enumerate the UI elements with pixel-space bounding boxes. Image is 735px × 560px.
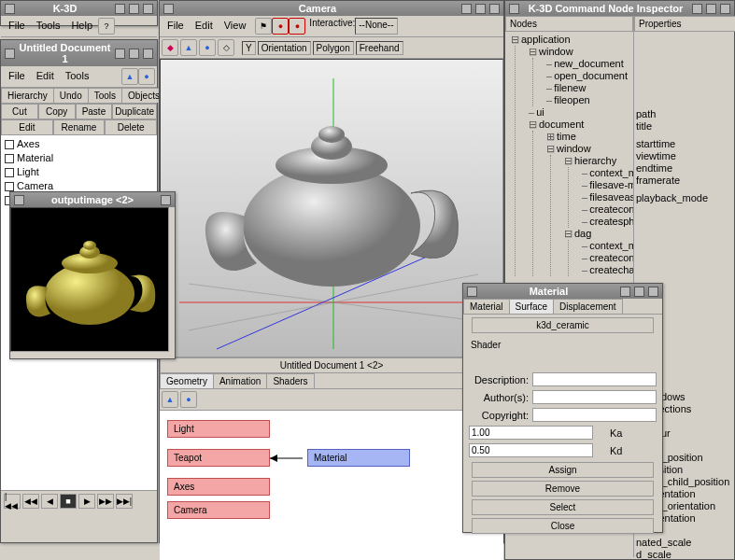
- menu-file[interactable]: File: [3, 18, 31, 35]
- menu-tools[interactable]: Tools: [60, 68, 95, 85]
- author-input[interactable]: [532, 390, 657, 404]
- free-dropdown[interactable]: Freehand: [356, 41, 403, 55]
- orient-dropdown[interactable]: Orientation: [258, 41, 311, 55]
- record2-icon[interactable]: ●: [289, 18, 305, 35]
- svg-marker-10: [270, 455, 277, 462]
- render-preview: [10, 207, 169, 352]
- close-icon[interactable]: [648, 287, 658, 297]
- shade1-icon[interactable]: ◆: [162, 39, 178, 56]
- edit-button[interactable]: Edit: [1, 119, 53, 135]
- close-icon[interactable]: [489, 4, 500, 14]
- node-material[interactable]: Material: [307, 449, 410, 467]
- kd-label: Kd: [610, 445, 622, 456]
- close-icon[interactable]: [161, 195, 171, 205]
- min-icon[interactable]: [115, 4, 125, 14]
- desc-input[interactable]: [532, 372, 657, 386]
- stop-button[interactable]: ■: [60, 494, 77, 509]
- close-icon[interactable]: [143, 49, 153, 59]
- sysmenu-icon[interactable]: [5, 49, 15, 59]
- sphere-icon[interactable]: ●: [180, 391, 197, 408]
- menu-tools[interactable]: Tools: [31, 18, 66, 35]
- menu-file[interactable]: File: [162, 18, 190, 35]
- sysmenu-icon[interactable]: [14, 195, 24, 205]
- min-icon[interactable]: [692, 4, 702, 14]
- playback-button[interactable]: ◀: [41, 494, 58, 509]
- col-props: Properties: [634, 16, 735, 32]
- sysmenu-icon[interactable]: [509, 4, 519, 14]
- sphere-icon[interactable]: ●: [138, 68, 155, 85]
- min-icon[interactable]: [620, 287, 630, 297]
- node-camera[interactable]: Camera: [167, 501, 270, 519]
- help-icon[interactable]: ?: [98, 18, 115, 35]
- checkbox[interactable]: [5, 182, 14, 191]
- viewport-3d[interactable]: [160, 59, 503, 357]
- list-item[interactable]: Material: [5, 151, 153, 165]
- cone-icon[interactable]: ▲: [180, 39, 197, 56]
- node-light[interactable]: Light: [167, 420, 270, 438]
- menu-help[interactable]: Help: [65, 18, 98, 35]
- copy-input[interactable]: [532, 408, 657, 422]
- cone-icon[interactable]: ▲: [162, 391, 178, 408]
- sysmenu-icon[interactable]: [163, 4, 174, 14]
- max-icon[interactable]: [706, 4, 716, 14]
- delete-button[interactable]: Delete: [105, 119, 157, 135]
- cut-button[interactable]: Cut: [1, 104, 38, 119]
- close-icon[interactable]: [720, 4, 730, 14]
- min-icon[interactable]: [115, 49, 125, 59]
- tab-tools[interactable]: Tools: [88, 88, 122, 103]
- node-axes[interactable]: Axes: [167, 478, 270, 496]
- menu-view[interactable]: View: [219, 18, 252, 35]
- tab-hierarchy[interactable]: Hierarchy: [1, 88, 54, 103]
- list-item[interactable]: Light: [5, 165, 153, 179]
- tab-geometry[interactable]: Geometry: [160, 373, 214, 388]
- tool-icon[interactable]: ◇: [218, 39, 234, 56]
- menu-edit[interactable]: Edit: [190, 18, 219, 35]
- axis-dropdown[interactable]: Y: [242, 41, 256, 55]
- checkbox[interactable]: [5, 154, 14, 163]
- rewind-button[interactable]: |◀◀: [4, 494, 21, 509]
- tab-material[interactable]: Material: [463, 299, 510, 314]
- teapot-model: [201, 95, 462, 301]
- stepfwd-button[interactable]: ▶▶: [97, 494, 114, 509]
- fastfwd-button[interactable]: ▶▶|: [116, 494, 133, 509]
- max-icon[interactable]: [475, 4, 486, 14]
- tab-shaders[interactable]: Shaders: [266, 373, 314, 388]
- poly-dropdown[interactable]: Polygon: [313, 41, 354, 55]
- play-button[interactable]: ▶: [78, 494, 95, 509]
- shader-name-button[interactable]: k3d_ceramic: [472, 317, 655, 333]
- menu-file[interactable]: File: [3, 68, 31, 85]
- sysmenu-icon[interactable]: [467, 287, 477, 297]
- paste-button[interactable]: Paste: [76, 104, 113, 119]
- kd-input[interactable]: [469, 443, 593, 457]
- checkbox[interactable]: [5, 140, 14, 149]
- node-teapot[interactable]: Teapot: [167, 449, 270, 467]
- copy-button[interactable]: Copy: [38, 104, 76, 119]
- duplicate-button[interactable]: Duplicate: [112, 104, 157, 119]
- assign-button[interactable]: Assign: [472, 462, 655, 478]
- stepback-button[interactable]: ◀◀: [22, 494, 39, 509]
- tab-surface[interactable]: Surface: [509, 299, 554, 314]
- tab-displacement[interactable]: Displacement: [553, 299, 623, 314]
- record-icon[interactable]: ●: [272, 18, 289, 35]
- max-icon[interactable]: [129, 4, 139, 14]
- ka-input[interactable]: [469, 426, 593, 440]
- checkbox[interactable]: [5, 168, 14, 177]
- close-icon[interactable]: [143, 4, 153, 14]
- min-icon[interactable]: [461, 4, 472, 14]
- max-icon[interactable]: [634, 287, 644, 297]
- interactive-dropdown[interactable]: --None--: [355, 18, 397, 35]
- inspector-titlebar: K-3D Command Node Inspector: [505, 1, 734, 16]
- flag-icon[interactable]: ⚑: [255, 18, 272, 35]
- sysmenu-icon[interactable]: [5, 4, 15, 14]
- menu-edit[interactable]: Edit: [31, 68, 60, 85]
- list-item[interactable]: Axes: [5, 137, 153, 151]
- select-button[interactable]: Select: [472, 499, 655, 515]
- tab-animation[interactable]: Animation: [213, 373, 267, 388]
- close-button[interactable]: Close: [472, 518, 655, 534]
- remove-button[interactable]: Remove: [472, 481, 655, 497]
- tab-undo[interactable]: Undo: [53, 88, 89, 103]
- sphere-icon[interactable]: ●: [199, 39, 216, 56]
- rename-button[interactable]: Rename: [53, 119, 106, 135]
- max-icon[interactable]: [129, 49, 139, 59]
- cone-icon[interactable]: ▲: [121, 68, 138, 85]
